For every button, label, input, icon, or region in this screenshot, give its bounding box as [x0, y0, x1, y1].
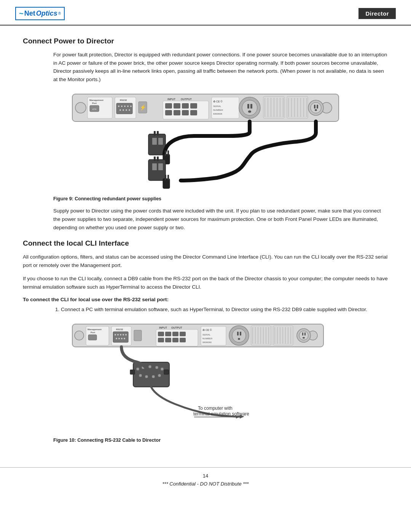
logo-box: ~ NetOptics®: [15, 7, 65, 20]
svg-point-90: [115, 334, 116, 335]
svg-point-81: [75, 331, 84, 340]
svg-point-148: [155, 366, 158, 369]
svg-rect-28: [190, 103, 197, 109]
svg-text:♻ CE ©: ♻ CE ©: [213, 100, 223, 103]
svg-rect-76: [157, 157, 159, 161]
svg-rect-68: [157, 131, 159, 136]
section2-para2: If you choose to run the CLI locally, co…: [23, 275, 388, 291]
svg-rect-118: [237, 332, 239, 335]
svg-text:OUTPUT: OUTPUT: [181, 98, 192, 101]
page-number: 14: [15, 473, 396, 479]
svg-rect-86: [88, 335, 97, 340]
main-content: Connect Power to Director For power faul…: [0, 26, 411, 456]
svg-point-98: [124, 338, 125, 339]
svg-point-42: [248, 110, 251, 113]
svg-rect-41: [250, 104, 252, 109]
svg-text:RS232: RS232: [120, 99, 127, 101]
svg-point-138: [299, 331, 308, 340]
svg-point-94: [125, 334, 127, 335]
svg-text:NUMBER: NUMBER: [213, 109, 223, 111]
svg-text:ETH: ETH: [92, 108, 96, 110]
svg-rect-108: [165, 338, 171, 342]
svg-rect-105: [172, 332, 178, 336]
logo-optics: Optics: [36, 10, 57, 18]
svg-rect-75: [154, 157, 156, 161]
svg-rect-99: [134, 330, 142, 341]
section1-title: Connect Power to Director: [23, 37, 388, 45]
svg-rect-139: [302, 332, 303, 335]
svg-point-15: [130, 105, 132, 107]
svg-rect-109: [172, 338, 178, 342]
confidential-label: *** Confidential - DO NOT Distribute ***: [15, 481, 396, 487]
svg-text:SERIAL: SERIAL: [213, 105, 221, 107]
section2-bold-label: To connect the CLI for local use over th…: [23, 297, 388, 302]
figure10-caption: Figure 10: Connecting RS-232 Cable to Di…: [53, 438, 388, 443]
svg-text:Management: Management: [88, 328, 102, 331]
svg-point-92: [120, 334, 121, 335]
svg-rect-143: [130, 370, 135, 374]
logo-area: ~ NetOptics®: [15, 7, 65, 20]
svg-rect-70: [165, 150, 166, 156]
svg-text:Port: Port: [91, 331, 95, 334]
svg-rect-107: [158, 338, 164, 342]
svg-text:♻ CE ©: ♻ CE ©: [202, 329, 212, 331]
svg-rect-25: [165, 103, 172, 109]
svg-text:SERIAL: SERIAL: [202, 334, 211, 336]
svg-text:Management: Management: [89, 99, 104, 101]
section-connect-power: Connect Power to Director For power faul…: [23, 37, 388, 232]
svg-text:INPUT: INPUT: [159, 326, 167, 329]
svg-rect-140: [304, 332, 306, 335]
svg-rect-72: [148, 160, 166, 181]
page-footer: 14 *** Confidential - DO NOT Distribute …: [0, 467, 411, 492]
svg-point-63: [315, 109, 317, 111]
svg-point-12: [121, 105, 123, 107]
logo-reg: ®: [58, 11, 61, 16]
figure10-wrap: Management Port RS232 INPUT: [23, 320, 388, 431]
svg-text:INPUT: INPUT: [167, 98, 176, 101]
section1-para1: For power fault protection, Director is …: [53, 51, 388, 83]
svg-point-150: [139, 374, 142, 377]
svg-text:XXXXXX: XXXXXX: [202, 341, 212, 343]
svg-point-145: [136, 367, 139, 371]
svg-rect-104: [165, 332, 171, 336]
svg-rect-144: [164, 370, 169, 374]
svg-rect-26: [174, 103, 180, 109]
svg-rect-119: [240, 332, 241, 335]
svg-rect-73: [152, 163, 157, 170]
section-connect-cli: Connect the local CLI Interface All conf…: [23, 239, 388, 443]
director-badge: Director: [358, 8, 396, 19]
svg-point-117: [232, 329, 246, 342]
svg-point-141: [303, 337, 305, 339]
svg-rect-10: [116, 103, 132, 114]
svg-point-97: [121, 338, 123, 339]
svg-text:OUTPUT: OUTPUT: [171, 326, 183, 329]
svg-point-13: [124, 105, 126, 107]
svg-point-149: [161, 367, 164, 371]
svg-text:XXXXXX: XXXXXX: [213, 113, 222, 115]
figure9-svg: Management Port ETH RS232: [68, 90, 342, 189]
svg-point-95: [116, 338, 117, 339]
svg-rect-31: [182, 110, 189, 115]
section1-para2: Supply power to Director using the power…: [53, 207, 388, 232]
svg-text:⚡: ⚡: [140, 104, 147, 111]
svg-text:terminal emulation software: terminal emulation software: [193, 411, 249, 417]
svg-point-11: [118, 105, 119, 107]
svg-point-120: [238, 338, 240, 340]
svg-point-152: [152, 375, 155, 378]
svg-point-91: [117, 334, 119, 335]
svg-point-19: [129, 109, 130, 111]
page-header: ~ NetOptics® Director: [0, 0, 411, 26]
svg-point-147: [148, 365, 151, 368]
figure9-wrap: Management Port ETH RS232: [23, 90, 388, 189]
svg-text:Port: Port: [92, 102, 97, 104]
svg-rect-78: [165, 175, 166, 180]
svg-point-1: [75, 102, 86, 113]
svg-rect-66: [158, 138, 163, 145]
svg-text:To computer with: To computer with: [198, 406, 233, 411]
svg-rect-65: [152, 138, 157, 145]
svg-point-153: [158, 374, 161, 377]
figure9-caption: Figure 9: Connecting redundant power sup…: [53, 196, 388, 201]
svg-point-18: [126, 109, 127, 111]
section2-title: Connect the local CLI Interface: [23, 239, 388, 248]
svg-rect-110: [180, 338, 186, 342]
